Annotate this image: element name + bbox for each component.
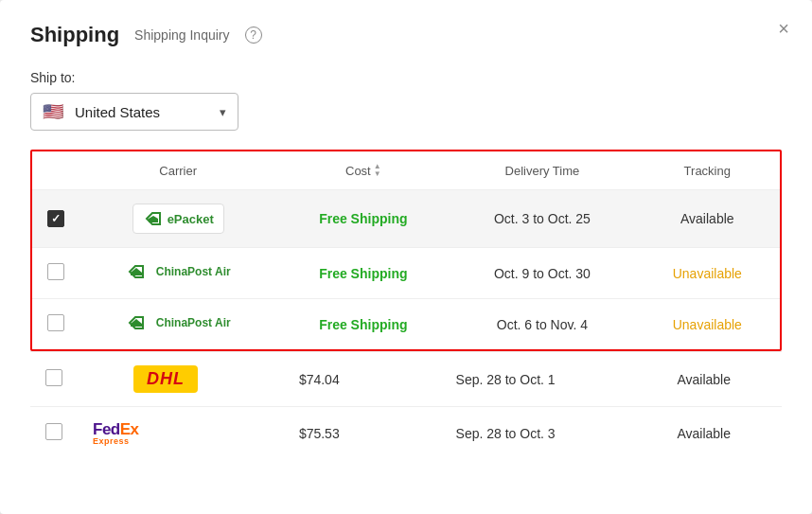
chinapost-icon — [126, 312, 152, 333]
carrier-logo-cell: ChinaPost Air — [79, 299, 276, 350]
delivery-cell: Sep. 28 to Oct. 3 — [385, 407, 627, 460]
highlighted-carriers-section: Carrier Cost ▲▼ Delivery Time Tracking — [30, 150, 782, 351]
country-flag: 🇺🇸 — [43, 101, 63, 122]
cost-cell: Free Shipping — [276, 299, 450, 350]
tracking-cell: Unavailable — [635, 299, 780, 350]
cost-cell: $75.53 — [254, 407, 385, 460]
tracking-cell: Unavailable — [635, 248, 780, 299]
chevron-down-icon: ▾ — [220, 105, 226, 119]
col-tracking: Tracking — [635, 151, 780, 190]
table-row: ChinaPost Air Free Shipping Oct. 6 to No… — [32, 299, 780, 350]
country-selector[interactable]: 🇺🇸 United States ▾ — [30, 93, 238, 131]
delivery-cell: Oct. 6 to Nov. 4 — [450, 299, 634, 350]
carrier-logo-cell: ChinaPost Air — [79, 248, 276, 299]
col-carrier: Carrier — [79, 151, 276, 190]
tracking-cell: Available — [626, 407, 782, 460]
cost-cell: Free Shipping — [276, 248, 450, 299]
row-checkbox-cell — [30, 407, 78, 460]
ship-to-label: Ship to: — [30, 70, 782, 85]
modal-header: Shipping Shipping Inquiry ? — [30, 23, 782, 47]
row-checkbox-cell — [32, 248, 79, 299]
shipping-modal: Shipping Shipping Inquiry ? × Ship to: 🇺… — [0, 0, 812, 514]
col-delivery: Delivery Time — [450, 151, 634, 190]
table-row: ePacket Free Shipping Oct. 3 to Oct. 25 … — [32, 190, 780, 248]
cost-cell: $74.04 — [254, 352, 385, 407]
chinapost-logo: ChinaPost Air — [126, 261, 231, 282]
delivery-cell: Oct. 3 to Oct. 25 — [450, 190, 634, 248]
row-checkbox-cell — [32, 190, 79, 248]
dhl-logo: DHL — [133, 365, 198, 393]
row-checkbox-cell — [30, 352, 78, 407]
chinapost-logo: ChinaPost Air — [126, 312, 231, 333]
carrier-checkbox[interactable] — [47, 263, 64, 280]
epacket-icon — [143, 208, 164, 229]
shipping-inquiry-link[interactable]: Shipping Inquiry — [134, 27, 229, 43]
table-header: Carrier Cost ▲▼ Delivery Time Tracking — [32, 151, 780, 190]
carrier-checkbox[interactable] — [47, 314, 64, 331]
shipping-table: Carrier Cost ▲▼ Delivery Time Tracking — [32, 151, 780, 349]
table-row: ChinaPost Air Free Shipping Oct. 9 to Oc… — [32, 248, 780, 299]
cost-cell: Free Shipping — [276, 190, 450, 248]
tracking-cell: Available — [626, 352, 782, 407]
delivery-cell: Oct. 9 to Oct. 30 — [450, 248, 634, 299]
col-cost: Cost ▲▼ — [276, 151, 450, 190]
extra-carriers-table: DHL $74.04 Sep. 28 to Oct. 1 Available — [30, 351, 782, 459]
tracking-cell: Available — [635, 190, 780, 248]
chinapost-icon — [126, 261, 152, 282]
carrier-checkbox[interactable] — [47, 210, 64, 227]
help-icon[interactable]: ? — [245, 27, 262, 44]
carrier-checkbox[interactable] — [45, 369, 62, 386]
carrier-checkbox[interactable] — [45, 423, 62, 440]
row-checkbox-cell — [32, 299, 79, 350]
col-checkbox — [32, 151, 79, 190]
fedex-logo: FedEx Express — [93, 420, 238, 446]
table-row: DHL $74.04 Sep. 28 to Oct. 1 Available — [30, 352, 782, 407]
epacket-logo: ePacket — [132, 204, 224, 234]
sort-arrows-icon[interactable]: ▲▼ — [374, 163, 381, 178]
country-name: United States — [75, 104, 212, 120]
close-button[interactable]: × — [778, 19, 789, 38]
carrier-logo-cell: DHL — [78, 352, 254, 407]
table-row: FedEx Express $75.53 Sep. 28 to Oct. 3 A… — [30, 407, 782, 460]
carrier-logo-cell: FedEx Express — [78, 407, 254, 460]
delivery-cell: Sep. 28 to Oct. 1 — [385, 352, 627, 407]
carrier-logo-cell: ePacket — [79, 190, 276, 248]
modal-title: Shipping — [30, 23, 119, 47]
